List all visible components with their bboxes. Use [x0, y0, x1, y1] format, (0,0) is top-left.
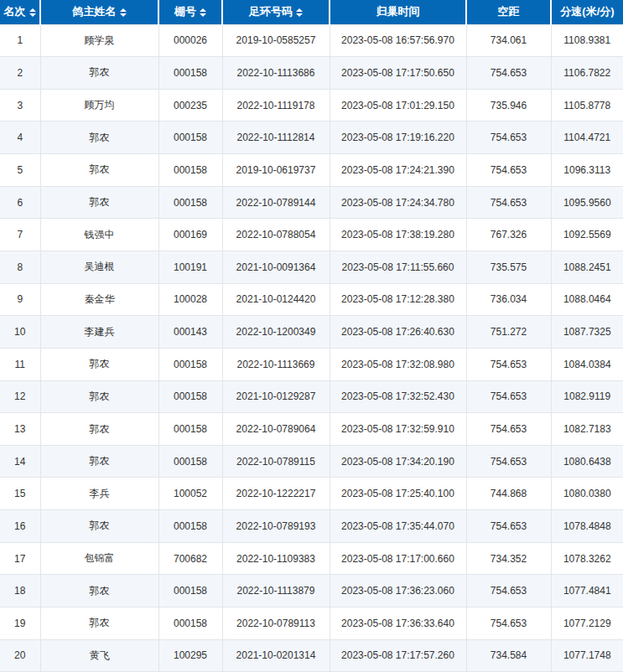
cell-loft: 100052: [158, 478, 222, 510]
cell-speed: 1095.9560: [551, 186, 623, 219]
cell-speed: 1087.7325: [551, 316, 623, 349]
table-row: 4郭农0001582022-10-11128142023-05-08 17:19…: [0, 121, 623, 154]
cell-dist: 754.653: [466, 445, 551, 478]
cell-time: 2023-05-08 17:25:40.100: [330, 478, 466, 510]
cell-loft: 000158: [158, 121, 222, 154]
cell-speed: 1088.2451: [551, 251, 623, 283]
cell-rank: 6: [0, 186, 40, 219]
cell-ring: 2022-10-0789193: [222, 510, 330, 543]
column-header-label: 鸽主姓名: [73, 5, 117, 18]
column-header-rank[interactable]: 名次: [0, 0, 40, 24]
cell-rank: 4: [0, 121, 40, 154]
column-header-loft[interactable]: 棚号: [158, 0, 222, 24]
cell-dist: 754.653: [466, 575, 551, 607]
column-header-label: 空距: [498, 5, 520, 18]
cell-rank: 13: [0, 413, 40, 446]
cell-ring: 2019-10-0619737: [222, 154, 330, 187]
cell-loft: 000158: [158, 413, 222, 446]
cell-rank: 5: [0, 154, 40, 187]
cell-speed: 1096.3113: [551, 154, 623, 187]
cell-ring: 2022-10-1200349: [222, 316, 330, 349]
cell-owner: 包锦富: [40, 542, 158, 575]
column-header-label: 分速(米/分): [560, 5, 614, 18]
cell-rank: 18: [0, 575, 40, 607]
cell-ring: 2022-10-0789064: [222, 413, 330, 446]
cell-dist: 734.584: [466, 639, 551, 672]
cell-speed: 1082.7183: [551, 413, 623, 446]
table-row: 17包锦富7006822022-10-11093832023-05-08 17:…: [0, 542, 623, 575]
cell-speed: 1082.9119: [551, 380, 623, 413]
cell-time: 2023-05-08 17:35:44.070: [330, 510, 466, 543]
table-row: 7钱强中0001692022-10-07880542023-05-08 17:3…: [0, 219, 623, 251]
cell-speed: 1084.0384: [551, 348, 623, 380]
cell-loft: 000169: [158, 219, 222, 251]
cell-rank: 14: [0, 445, 40, 478]
cell-loft: 100191: [158, 251, 222, 283]
cell-speed: 1078.4848: [551, 510, 623, 543]
cell-owner: 李兵: [40, 478, 158, 510]
cell-speed: 1106.7822: [551, 57, 623, 90]
cell-ring: 2022-10-0789144: [222, 186, 330, 219]
table-row: 8吴迪根1001912021-10-00913642023-05-08 17:1…: [0, 251, 623, 283]
cell-speed: 1104.4721: [551, 121, 623, 154]
cell-time: 2023-05-08 17:17:57.260: [330, 639, 466, 672]
cell-rank: 8: [0, 251, 40, 283]
cell-loft: 000158: [158, 348, 222, 380]
cell-time: 2023-05-08 17:17:00.660: [330, 542, 466, 575]
cell-loft: 000026: [158, 24, 222, 57]
cell-owner: 郭农: [40, 121, 158, 154]
cell-speed: 1080.6438: [551, 445, 623, 478]
cell-dist: 751.272: [466, 316, 551, 349]
cell-time: 2023-05-08 17:32:52.430: [330, 380, 466, 413]
cell-loft: 000235: [158, 89, 222, 121]
column-header-ring[interactable]: 足环号码: [222, 0, 330, 24]
cell-time: 2023-05-08 17:38:19.280: [330, 219, 466, 251]
cell-loft: 000158: [158, 380, 222, 413]
cell-dist: 734.352: [466, 542, 551, 575]
cell-loft: 000143: [158, 316, 222, 349]
cell-ring: 2022-10-0788054: [222, 219, 330, 251]
table-row: 1顾学泉0000262019-10-05852572023-05-08 16:5…: [0, 24, 623, 57]
cell-loft: 100295: [158, 639, 222, 672]
cell-owner: 郭农: [40, 348, 158, 380]
table-row: 6郭农0001582022-10-07891442023-05-08 17:24…: [0, 186, 623, 219]
cell-dist: 754.653: [466, 121, 551, 154]
cell-owner: 郭农: [40, 380, 158, 413]
cell-speed: 1080.0380: [551, 478, 623, 510]
cell-ring: 2021-10-0124420: [222, 283, 330, 316]
cell-speed: 1092.5569: [551, 219, 623, 251]
cell-speed: 1077.1748: [551, 639, 623, 672]
cell-time: 2023-05-08 17:24:34.780: [330, 186, 466, 219]
cell-loft: 000158: [158, 510, 222, 543]
cell-rank: 19: [0, 607, 40, 640]
cell-rank: 15: [0, 478, 40, 510]
cell-owner: 郭农: [40, 607, 158, 640]
cell-time: 2023-05-08 17:36:23.060: [330, 575, 466, 607]
cell-rank: 20: [0, 639, 40, 672]
cell-owner: 郭农: [40, 413, 158, 446]
sort-arrows-icon: [200, 8, 206, 17]
cell-rank: 3: [0, 89, 40, 121]
cell-owner: 顾学泉: [40, 24, 158, 57]
cell-rank: 2: [0, 57, 40, 90]
cell-rank: 17: [0, 542, 40, 575]
cell-rank: 11: [0, 348, 40, 380]
column-header-owner[interactable]: 鸽主姓名: [40, 0, 158, 24]
cell-ring: 2022-10-1112814: [222, 121, 330, 154]
cell-ring: 2022-10-1119178: [222, 89, 330, 121]
cell-dist: 754.653: [466, 413, 551, 446]
column-header-time: 归巢时间: [330, 0, 466, 24]
cell-owner: 顾万均: [40, 89, 158, 121]
cell-time: 2023-05-08 17:36:33.640: [330, 607, 466, 640]
cell-dist: 754.653: [466, 348, 551, 380]
cell-ring: 2021-10-0201314: [222, 639, 330, 672]
cell-dist: 754.653: [466, 380, 551, 413]
table-row: 13郭农0001582022-10-07890642023-05-08 17:3…: [0, 413, 623, 446]
sort-arrows-icon: [296, 8, 303, 17]
cell-dist: 744.868: [466, 478, 551, 510]
table-row: 15李兵1000522022-10-12222172023-05-08 17:2…: [0, 478, 623, 510]
cell-time: 2023-05-08 17:24:21.390: [330, 154, 466, 187]
cell-ring: 2022-10-0789113: [222, 607, 330, 640]
cell-dist: 754.653: [466, 154, 551, 187]
cell-owner: 李建兵: [40, 316, 158, 349]
